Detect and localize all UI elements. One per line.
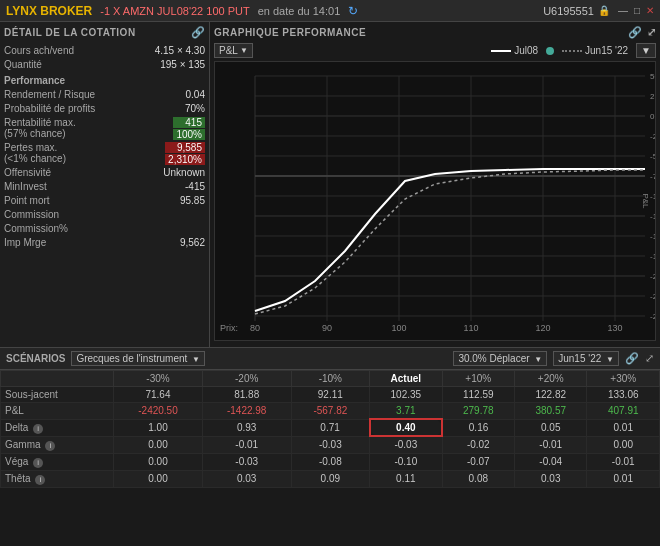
- legend-dotted-line: [562, 50, 582, 52]
- row-label: Gamma i: [1, 436, 114, 453]
- table-cell: 0.16: [442, 419, 514, 436]
- svg-text:P&L: P&L: [641, 193, 650, 209]
- table-cell: -0.08: [291, 453, 370, 470]
- table-cell: 0.03: [202, 470, 291, 487]
- table-cell: -0.03: [370, 436, 442, 453]
- svg-text:0: 0: [650, 112, 655, 121]
- rendement-value: 0.04: [186, 89, 205, 100]
- left-panel: DÉTAIL DE LA COTATION 🔗 Cours ach/vend 4…: [0, 22, 210, 347]
- table-cell: 102.35: [370, 387, 442, 403]
- rendement-label: Rendement / Risque: [4, 89, 95, 100]
- col-header-minus10: -10%: [291, 371, 370, 387]
- ticker: -1 X AMZN JUL08'22 100 PUT: [100, 5, 249, 17]
- logo: LYNX BROKER: [6, 4, 92, 18]
- svg-text:-2,000: -2,000: [650, 272, 655, 281]
- detail-panel-title: DÉTAIL DE LA COTATION 🔗: [4, 26, 205, 39]
- pl-dropdown[interactable]: P&L ▼: [214, 43, 253, 58]
- percent-dropdown[interactable]: 30.0% Déplacer ▼: [453, 351, 547, 366]
- performance-section-label: Performance: [4, 75, 205, 86]
- greek-dropdown-label: Grecques de l'instrument: [76, 353, 187, 364]
- svg-text:Prix:: Prix:: [220, 323, 238, 333]
- rendement-row: Rendement / Risque 0.04: [4, 87, 205, 101]
- table-cell: 122.82: [515, 387, 587, 403]
- proba-label: Probabilité de profits: [4, 103, 95, 114]
- mininvest-value: -415: [185, 181, 205, 192]
- info-icon[interactable]: i: [35, 475, 45, 485]
- col-header-minus30: -30%: [114, 371, 203, 387]
- col-header-plus30: +30%: [587, 371, 660, 387]
- svg-text:-250: -250: [650, 132, 655, 141]
- table-cell: 0.40: [370, 419, 442, 436]
- proba-row: Probabilité de profits 70%: [4, 101, 205, 115]
- table-cell: -0.01: [587, 453, 660, 470]
- svg-text:500: 500: [650, 72, 655, 81]
- svg-text:-1,750: -1,750: [650, 252, 655, 261]
- table-cell: 0.05: [515, 419, 587, 436]
- table-cell: 0.01: [587, 470, 660, 487]
- info-icon[interactable]: i: [33, 458, 43, 468]
- svg-text:120: 120: [535, 323, 550, 333]
- table-cell: -0.03: [202, 453, 291, 470]
- table-cell: -0.01: [202, 436, 291, 453]
- impmrge-label: Imp Mrge: [4, 237, 46, 248]
- date-dropdown-chart[interactable]: ▼: [636, 43, 656, 58]
- row-label: Sous-jacent: [1, 387, 114, 403]
- ctrl-box[interactable]: □: [634, 5, 640, 16]
- table-cell: -0.03: [291, 436, 370, 453]
- impmrge-value: 9,562: [180, 237, 205, 248]
- table-row: P&L-2420.50-1422.98-567.823.71279.78380.…: [1, 403, 660, 420]
- offensivite-value: Unknown: [163, 167, 205, 178]
- table-cell: 0.03: [515, 470, 587, 487]
- detail-title-label: DÉTAIL DE LA COTATION: [4, 27, 136, 38]
- mininvest-label: MinInvest: [4, 181, 47, 192]
- table-cell: -567.82: [291, 403, 370, 420]
- row-label: Delta i: [1, 419, 114, 436]
- detail-link-icon[interactable]: 🔗: [191, 26, 206, 39]
- info-icon[interactable]: i: [33, 424, 43, 434]
- info-icon[interactable]: i: [45, 441, 55, 451]
- chart-link-icon[interactable]: 🔗: [628, 26, 643, 39]
- scenarios-title-label: SCÉNARIOS: [6, 353, 65, 364]
- scenarios-header-row: -30% -20% -10% Actuel +10% +20% +30%: [1, 371, 660, 387]
- percent-dropdown-arrow: ▼: [534, 355, 542, 364]
- chart-expand-icon[interactable]: ⤢: [647, 26, 657, 39]
- pointmort-label: Point mort: [4, 195, 50, 206]
- chart-controls-right: 🔗 ⤢: [628, 26, 656, 39]
- table-row: Véga i0.00-0.03-0.08-0.10-0.07-0.04-0.01: [1, 453, 660, 470]
- table-cell: -0.10: [370, 453, 442, 470]
- quantite-label: Quantité: [4, 59, 42, 70]
- scenarios-expand-icon[interactable]: ⤢: [645, 352, 654, 365]
- legend-jul08-label: Jul08: [514, 45, 538, 56]
- table-cell: 71.64: [114, 387, 203, 403]
- scenarios-header: SCÉNARIOS Grecques de l'instrument ▼ 30.…: [0, 348, 660, 370]
- greek-dropdown[interactable]: Grecques de l'instrument ▼: [71, 351, 205, 366]
- svg-text:-2,500: -2,500: [650, 312, 655, 321]
- greek-dropdown-arrow: ▼: [192, 355, 200, 364]
- svg-text:-750: -750: [650, 172, 655, 181]
- table-row: Gamma i0.00-0.01-0.03-0.03-0.02-0.010.00: [1, 436, 660, 453]
- table-cell: 0.71: [291, 419, 370, 436]
- date-dropdown[interactable]: Jun15 '22 ▼: [553, 351, 619, 366]
- percent-dropdown-label: 30.0% Déplacer: [458, 353, 529, 364]
- ctrl-close[interactable]: ✕: [646, 5, 654, 16]
- svg-text:130: 130: [607, 323, 622, 333]
- legend-jun15-label: Jun15 '22: [585, 45, 628, 56]
- pertes-value: 9,585: [165, 142, 205, 153]
- row-label: Thêta i: [1, 470, 114, 487]
- quantite-row: Quantité 195 × 135: [4, 57, 205, 71]
- ctrl-minus[interactable]: —: [618, 5, 628, 16]
- table-cell: -1422.98: [202, 403, 291, 420]
- svg-text:110: 110: [463, 323, 478, 333]
- refresh-icon[interactable]: ↻: [348, 4, 358, 18]
- mininvest-row: MinInvest -415: [4, 179, 205, 193]
- scenarios-link-icon[interactable]: 🔗: [625, 352, 639, 365]
- table-cell: 0.09: [291, 470, 370, 487]
- col-header-label: [1, 371, 114, 387]
- pointmort-value: 95.85: [180, 195, 205, 206]
- scenarios-section: SCÉNARIOS Grecques de l'instrument ▼ 30.…: [0, 347, 660, 546]
- row-label: Véga i: [1, 453, 114, 470]
- table-cell: 0.00: [114, 453, 203, 470]
- table-cell: -0.02: [442, 436, 514, 453]
- table-cell: -2420.50: [114, 403, 203, 420]
- table-cell: 0.00: [587, 436, 660, 453]
